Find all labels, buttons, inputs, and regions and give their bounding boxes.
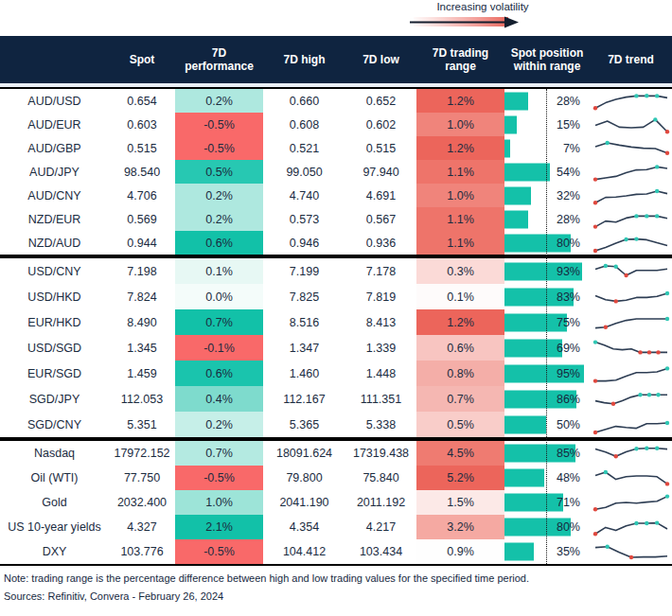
table-row[interactable]: AUD/JPY 98.540 0.5% 99.050 97.940 1.1% 5… [0,160,672,184]
header-7d-trading-range[interactable]: 7D trading range [416,46,504,73]
spot-value: 0.654 [109,89,175,113]
position-label: 85% [557,447,580,460]
table-row[interactable]: NZD/AUD 0.944 0.6% 0.946 0.936 1.1% 80% [0,231,672,255]
instrument-label: SGD/CNY [0,412,109,437]
header-7d-high[interactable]: 7D high [263,53,345,66]
table-row[interactable]: AUD/EUR 0.603 -0.5% 0.608 0.602 1.0% 15% [0,113,672,136]
header-spot-position[interactable]: Spot position within range [504,46,590,73]
table-row[interactable]: NZD/EUR 0.569 0.2% 0.573 0.567 1.1% 28% [0,207,672,231]
performance-cell: 0.6% [175,361,263,386]
block-aud-nzd: AUD/USD 0.654 0.2% 0.660 0.652 1.2% 28% … [0,89,672,255]
table-row[interactable]: SGD/CNY 5.351 0.2% 5.365 5.338 0.5% 50% [0,412,672,437]
header-7d-trend[interactable]: 7D trend [590,53,672,66]
spot-value: 4.706 [109,184,175,207]
position-label: 28% [557,213,580,226]
position-label: 83% [557,290,580,304]
high-value: 4.354 [263,515,345,539]
performance-cell: -0.5% [175,466,263,490]
instrument-label: Gold [0,490,109,515]
high-value: 2041.190 [263,490,345,515]
trend-sparkline [590,309,672,335]
high-value: 112.167 [263,386,345,412]
trend-sparkline [590,160,672,184]
performance-cell: 0.5% [175,160,263,184]
trading-range-cell: 0.9% [416,539,504,564]
position-label: 32% [557,189,580,202]
spot-value: 1.459 [109,361,175,386]
performance-cell: 0.7% [175,441,263,466]
table-row[interactable]: USD/CNY 7.198 0.1% 7.199 7.178 0.3% 93% [0,258,672,284]
table-row[interactable]: Gold 2032.400 1.0% 2041.190 2011.192 1.5… [0,490,672,515]
instrument-label: Oil (WTI) [0,466,109,490]
position-cell: 32% [504,184,590,207]
table-row[interactable]: EUR/SGD 1.459 0.6% 1.460 1.448 0.8% 95% [0,361,672,386]
position-bar [504,494,563,512]
table-row[interactable]: US 10-year yields 4.327 2.1% 4.354 4.217… [0,515,672,539]
position-bar [504,139,510,157]
spot-value: 77.750 [109,466,175,490]
position-bar [504,186,531,204]
volatility-legend: Increasing volatility [410,1,542,29]
table-row[interactable]: SGD/JPY 112.053 0.4% 112.167 111.351 0.7… [0,386,672,412]
sources-text: Sources: Refinitiv, Convera - February 2… [4,590,668,602]
trend-sparkline [590,284,672,309]
instrument-label: USD/HKD [0,284,109,309]
position-label: 35% [557,545,580,558]
header-spot[interactable]: Spot [109,53,175,66]
instrument-label: DXY [0,539,109,564]
instrument-label: Nasdaq [0,441,109,466]
performance-cell: -0.1% [175,335,263,361]
table-row[interactable]: AUD/CNY 4.706 0.2% 4.740 4.691 1.0% 32% [0,184,672,207]
high-value: 1.460 [263,361,345,386]
table-row[interactable]: AUD/USD 0.654 0.2% 0.660 0.652 1.2% 28% [0,89,672,113]
header-7d-low[interactable]: 7D low [345,53,416,66]
header-7d-performance[interactable]: 7D performance [175,46,263,73]
position-bar [504,415,546,433]
footnotes: Note: trading range is the percentage di… [0,566,672,602]
performance-cell: 0.2% [175,412,263,437]
volatility-legend-label: Increasing volatility [410,1,542,12]
table-row[interactable]: AUD/GBP 0.515 -0.5% 0.521 0.515 1.2% 7% [0,136,672,160]
low-value: 1.448 [345,361,416,386]
low-value: 75.840 [345,466,416,490]
position-label: 69% [557,342,580,355]
table-row[interactable]: USD/HKD 7.824 0.0% 7.825 7.819 0.1% 83% [0,284,672,309]
position-label: 48% [557,471,580,484]
performance-cell: -0.5% [175,136,263,160]
trend-sparkline [590,89,672,113]
trend-sparkline [590,515,672,539]
instrument-label: US 10-year yields [0,515,109,539]
spot-value: 7.198 [109,258,175,284]
table-row[interactable]: Oil (WTI) 77.750 -0.5% 79.800 75.840 5.2… [0,466,672,490]
low-value: 7.178 [345,258,416,284]
instrument-label: EUR/HKD [0,309,109,335]
position-cell: 28% [504,207,590,231]
position-label: 93% [557,265,580,278]
table-row[interactable]: USD/SGD 1.345 -0.1% 1.347 1.339 0.6% 69% [0,335,672,361]
high-value: 0.946 [263,231,345,255]
performance-cell: 0.1% [175,258,263,284]
trend-sparkline [590,361,672,386]
trend-sparkline [590,231,672,255]
low-value: 0.515 [345,136,416,160]
high-value: 79.800 [263,466,345,490]
low-value: 0.936 [345,231,416,255]
instrument-label: USD/CNY [0,258,109,284]
low-value: 97.940 [345,160,416,184]
performance-cell: -0.5% [175,539,263,564]
trend-sparkline [590,113,672,136]
high-value: 8.516 [263,309,345,335]
low-value: 4.217 [345,515,416,539]
trading-range-cell: 0.7% [416,386,504,412]
trend-sparkline [590,136,672,160]
table-row[interactable]: Nasdaq 17972.152 0.7% 18091.624 17319.43… [0,441,672,466]
table-row[interactable]: DXY 103.776 -0.5% 104.412 103.434 0.9% 3… [0,539,672,564]
high-value: 1.347 [263,335,345,361]
table-row[interactable]: EUR/HKD 8.490 0.7% 8.516 8.413 1.2% 75% [0,309,672,335]
low-value: 4.691 [345,184,416,207]
instrument-label: AUD/EUR [0,113,109,136]
low-value: 0.567 [345,207,416,231]
trading-range-cell: 1.2% [416,309,504,335]
trend-sparkline [590,466,672,490]
high-value: 0.608 [263,113,345,136]
